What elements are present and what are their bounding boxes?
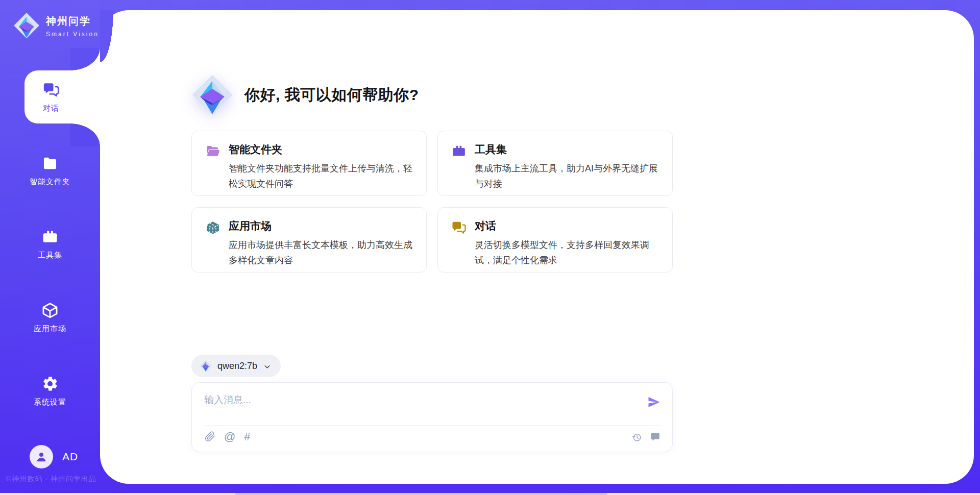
user-account[interactable]: AD [30,445,78,468]
greeting-title: 你好, 我可以如何帮助你? [244,85,419,106]
user-label: AD [62,451,78,463]
sidebar-item-smart-folder[interactable]: 智能文件夹 [0,144,100,197]
sidebar-item-label: 系统设置 [34,398,66,407]
cube-icon [41,302,59,319]
model-logo-icon [200,360,212,372]
card-description: 应用市场提供丰富长文本模板，助力高效生成多样化文章内容 [229,237,413,268]
chat-icon [42,81,60,98]
sidebar-item-toolset[interactable]: 工具集 [0,217,100,270]
brand-logo-icon [13,12,40,39]
message-input[interactable] [204,390,602,410]
gear-icon [41,375,59,392]
comment-icon[interactable] [650,432,660,442]
avatar[interactable] [30,445,53,468]
at-mention-icon[interactable]: @ [224,431,235,442]
sidebar-item-chat[interactable]: 对话 [24,70,100,123]
toolbox-icon [451,143,467,159]
cube-grid-icon [205,220,220,235]
card-description: 集成市场上主流工具，助力AI与外界无缝扩展与对接 [475,161,659,191]
folder-open-icon [205,143,220,159]
card-chat[interactable]: 对话 灵活切换多模型文件，支持多样回复效果调试，满足个性化需求 [437,207,673,273]
card-smart-folder[interactable]: 智能文件夹 智能文件夹功能支持批量文件上传与清洗，轻松实现文件问答 [191,131,427,196]
card-description: 灵活切换多模型文件，支持多样回复效果调试，满足个性化需求 [475,237,659,268]
card-toolset[interactable]: 工具集 集成市场上主流工具，助力AI与外界无缝扩展与对接 [437,131,673,196]
card-title: 应用市场 [229,219,413,233]
sidebar-nav: 对话 智能文件夹 工具集 应用市场 系统设置 [0,70,100,438]
model-selector[interactable]: qwen2:7b [191,355,281,377]
sidebar-item-label: 智能文件夹 [30,177,70,187]
horizontal-scrollbar[interactable] [0,493,980,495]
card-title: 工具集 [475,142,659,157]
brand: 神州问学 Smart Vision [13,12,99,39]
composer-tools: @ # [205,431,251,442]
tab-curve-bottom [70,123,100,146]
greeting-logo-icon [191,74,233,116]
sidebar-item-label: 工具集 [38,251,62,260]
chevron-down-icon [263,362,272,371]
greeting: 你好, 我可以如何帮助你? [191,74,419,116]
card-app-market[interactable]: 应用市场 应用市场提供丰富长文本模板，助力高效生成多样化文章内容 [191,207,427,273]
card-title: 对话 [475,219,659,233]
sidebar: 神州问学 Smart Vision 对话 智能文件夹 工具集 应用市场 系统设置 [0,0,100,493]
folder-icon [41,155,59,172]
card-title: 智能文件夹 [229,142,413,157]
chat-icon [451,220,467,235]
composer-divider [204,425,660,426]
feature-cards: 智能文件夹 智能文件夹功能支持批量文件上传与清洗，轻松实现文件问答 工具集 集成… [191,131,673,273]
scrollbar-thumb[interactable] [235,493,607,495]
tab-curve-top [70,48,100,70]
brand-tagline: Smart Vision [46,31,99,38]
toolbox-icon [41,228,59,245]
history-icon[interactable] [631,432,642,442]
message-composer: @ # [191,382,673,452]
composer-right-tools [631,432,660,442]
hash-topic-icon[interactable]: # [244,431,250,442]
paperclip-icon[interactable] [205,431,215,442]
send-icon[interactable] [647,395,661,409]
sidebar-item-settings[interactable]: 系统设置 [0,364,100,417]
user-icon [35,450,48,463]
model-name: qwen2:7b [217,361,257,372]
sidebar-item-app-market[interactable]: 应用市场 [0,291,100,344]
brand-name: 神州问学 [46,14,99,28]
copyright: ©神州数码 · 神州问学出品 [6,475,96,484]
card-description: 智能文件夹功能支持批量文件上传与清洗，轻松实现文件问答 [229,161,413,191]
sidebar-item-label: 应用市场 [34,324,66,334]
sidebar-item-label: 对话 [43,104,59,113]
